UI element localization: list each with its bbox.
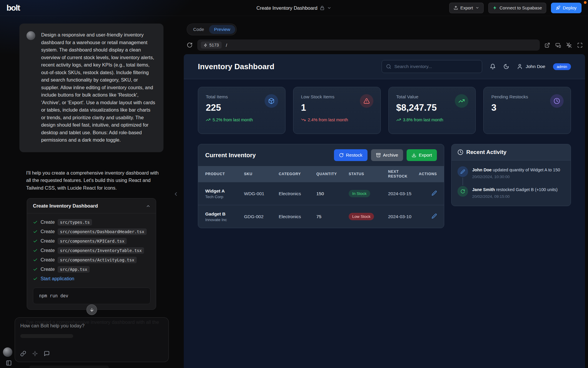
composer-toolbar	[20, 351, 163, 357]
kpi-card-total-items: Total Items 225 5.2% from last month	[198, 87, 285, 134]
file-chip[interactable]: src/components/KPICard.tsx	[58, 238, 127, 244]
edit-row-button[interactable]	[432, 190, 437, 196]
step-action-label: Create	[41, 220, 55, 225]
connect-supabase-button[interactable]: Connect to Supabase	[488, 3, 546, 13]
restock-button[interactable]: Restock	[334, 149, 368, 161]
quantity-cell[interactable]: 150	[316, 191, 349, 196]
file-chip[interactable]: src/components/ActivityLog.tsx	[58, 257, 137, 263]
deploy-button[interactable]: Deploy	[551, 3, 582, 13]
sku-cell: WDG-001	[244, 191, 279, 196]
chevron-down-icon	[327, 6, 332, 10]
export-inventory-button[interactable]: Export	[407, 149, 437, 161]
refresh-button[interactable]	[187, 42, 193, 48]
device-preview-button[interactable]	[555, 42, 561, 48]
kpi-row: Total Items 225 5.2% from last month	[184, 79, 585, 134]
activity-text: Jane Smith restocked Gadget B (+100 unit…	[472, 186, 558, 193]
notifications-button[interactable]	[490, 64, 496, 69]
trend-down-icon	[301, 117, 306, 122]
plan-step: Create src/components/InventoryTable.tsx	[33, 246, 151, 255]
edit-activity-icon	[457, 166, 468, 177]
start-application-link[interactable]: Start application	[41, 276, 74, 281]
main-layout: Design a responsive and user-friendly in…	[0, 16, 588, 368]
search-box	[382, 60, 482, 73]
check-icon	[33, 220, 38, 225]
browser-bar: 5173 /	[187, 39, 585, 51]
search-input[interactable]	[394, 64, 478, 69]
tab-code[interactable]: Code	[188, 25, 209, 34]
chevron-left-icon	[173, 191, 179, 197]
kpi-card-low-stock: Low Stock Items 1 2.4% from last month	[293, 87, 381, 134]
plan-card: Create Inventory Dashboard Create src/ty…	[27, 198, 156, 310]
status-badge: In Stock	[349, 190, 370, 197]
chat-bubble-icon[interactable]	[44, 351, 50, 357]
next-restock-cell: 2024-03-10	[388, 214, 416, 219]
link-icon[interactable]	[20, 351, 26, 357]
plan-step-start: Start application	[33, 274, 151, 284]
preview-viewport: Inventory Dashboard	[184, 54, 585, 368]
file-chip[interactable]: src/components/DashboardHeader.tsx	[58, 228, 147, 235]
collapse-chat-button[interactable]	[173, 189, 181, 199]
user-prompt-text: Design a responsive and user-friendly in…	[41, 31, 156, 144]
panel-left-icon	[6, 360, 12, 366]
connect-supabase-label: Connect to Supabase	[500, 5, 542, 10]
step-action-label: Create	[41, 267, 55, 272]
supabase-bolt-icon	[493, 6, 497, 10]
check-icon	[33, 239, 38, 243]
export-button[interactable]: Export	[449, 3, 484, 13]
zap-off-icon	[566, 42, 572, 48]
activity-item: Jane Smith restocked Gadget B (+100 unit…	[457, 186, 565, 199]
archive-button[interactable]: Archive	[371, 149, 403, 161]
topbar-actions: Export Connect to Supabase Deploy	[449, 3, 582, 13]
bolt-logo[interactable]: bolt	[6, 3, 20, 13]
plan-card-header[interactable]: Create Inventory Dashboard	[27, 198, 156, 213]
clock-icon	[457, 149, 463, 155]
dashboard-header-actions: John Doe admin	[382, 60, 571, 73]
file-chip[interactable]: src/components/InventoryTable.tsx	[58, 247, 144, 254]
role-badge: admin	[553, 63, 571, 70]
user-menu[interactable]: John Doe	[517, 64, 545, 69]
workbench-panel: Code Preview 5173 /	[184, 16, 588, 368]
port-pill[interactable]: 5173	[201, 42, 222, 49]
fullscreen-button[interactable]	[577, 42, 583, 48]
kpi-card-total-value: Total Value $8,247.75 3.8% from last mon…	[388, 87, 476, 134]
dashboard-header: Inventory Dashboard	[184, 54, 585, 79]
product-name: Gadget B	[205, 211, 244, 217]
project-title-menu[interactable]: Create Inventory Dashboard	[256, 5, 331, 11]
column-header: ACTIONS	[416, 172, 437, 176]
scroll-to-bottom-button[interactable]	[86, 304, 97, 315]
quantity-cell[interactable]: 75	[316, 214, 349, 219]
file-chip[interactable]: src/types.ts	[58, 219, 92, 226]
sparkles-icon[interactable]	[32, 351, 38, 357]
plan-step: Create src/types.ts	[33, 218, 151, 227]
product-supplier: Innovate Inc	[205, 218, 244, 222]
rocket-icon	[556, 6, 560, 10]
sidebar-toggle-button[interactable]	[6, 360, 12, 366]
product-name: Widget A	[205, 188, 244, 194]
disable-hot-reload-button[interactable]	[566, 42, 572, 48]
column-header: QUANTITY	[316, 172, 349, 176]
moon-icon	[503, 64, 509, 69]
chat-input[interactable]	[20, 323, 163, 332]
activity-timestamp: 20/02/2024, 09:15:00	[472, 194, 558, 199]
chat-composer	[15, 317, 169, 362]
plan-title: Create Inventory Dashboard	[33, 203, 98, 209]
dark-mode-toggle[interactable]	[503, 64, 509, 69]
plan-steps: Create src/types.ts Create src/component…	[27, 213, 156, 309]
edit-row-button[interactable]	[432, 213, 437, 219]
bulk-actions: Restock Archive Export	[334, 149, 437, 161]
alert-triangle-icon	[360, 94, 373, 108]
tab-preview[interactable]: Preview	[209, 25, 235, 34]
topbar: bolt Create Inventory Dashboard Export C…	[0, 0, 588, 16]
external-link-icon	[544, 42, 550, 48]
profile-avatar[interactable]	[3, 347, 12, 357]
plan-step: Create src/App.tsx	[33, 265, 151, 274]
plan-step: Create src/components/KPICard.tsx	[33, 236, 151, 246]
maximize-icon	[577, 42, 583, 48]
refresh-icon	[187, 42, 193, 48]
open-external-button[interactable]	[544, 42, 550, 48]
activity-list: John Doe updated quantity of Widget A to…	[452, 160, 571, 206]
status-badge: Low Stock	[349, 213, 374, 220]
url-bar[interactable]: 5173 /	[197, 39, 540, 51]
file-chip[interactable]: src/App.tsx	[58, 266, 90, 273]
check-icon	[33, 248, 38, 253]
